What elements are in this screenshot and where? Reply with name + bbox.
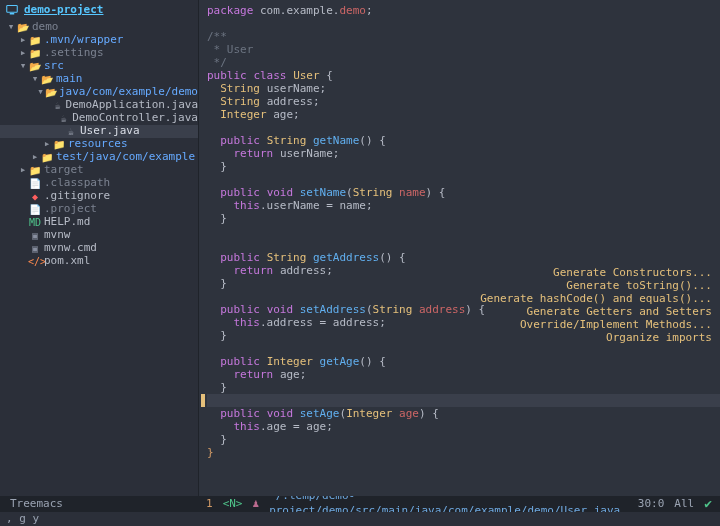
code-line[interactable]: public Integer getAge() { (207, 355, 720, 368)
cmd-icon: ▣ (28, 229, 42, 243)
editor-pane[interactable]: package com.example.demo; /** * User */p… (198, 0, 720, 496)
code-line[interactable]: } (207, 160, 720, 173)
code-line[interactable]: public String getAddress() { (207, 251, 720, 264)
tree-item[interactable]: ◆.gitignore (0, 190, 198, 203)
code-line[interactable] (207, 238, 720, 251)
tree-item[interactable]: ▸📁test/java/com/example (0, 151, 198, 164)
tree-item[interactable]: </>pom.xml (0, 255, 198, 268)
folder-o-icon: 📂 (45, 86, 57, 100)
code-line[interactable]: Integer age; (207, 108, 720, 121)
tree-item[interactable]: ▸📁.mvn/wrapper (0, 34, 198, 47)
cmd-icon: ▣ (28, 242, 42, 256)
tree-item[interactable]: ▣mvnw (0, 229, 198, 242)
tree-item[interactable]: MDHELP.md (0, 216, 198, 229)
svg-rect-1 (10, 13, 15, 15)
code-line[interactable]: String address; (207, 95, 720, 108)
code-line[interactable]: return userName; (207, 147, 720, 160)
code-action-item[interactable]: Generate hashCode() and equals()... (480, 292, 712, 305)
tree-item[interactable]: ▾📂src (0, 60, 198, 73)
caret-icon[interactable]: ▸ (30, 150, 40, 165)
status-mode: <N> (223, 497, 243, 512)
file-icon: 📄 (28, 203, 42, 217)
tree-item[interactable]: 📄.project (0, 203, 198, 216)
status-line: 1 (206, 497, 213, 512)
code-line[interactable]: /** (207, 30, 720, 43)
code-line[interactable]: this.age = age; (207, 420, 720, 433)
code-action-item[interactable]: Generate Getters and Setters (480, 305, 712, 318)
tree-item[interactable]: ▸📁resources (0, 138, 198, 151)
check-icon: ✔ (704, 495, 712, 513)
tree-item[interactable]: ▾📂demo (0, 21, 198, 34)
caret-icon[interactable]: ▾ (6, 20, 16, 35)
caret-icon[interactable]: ▸ (18, 163, 28, 178)
code-action-item[interactable]: Generate toString()... (480, 279, 712, 292)
folder-c-icon: 📁 (28, 47, 42, 61)
code-line[interactable] (207, 17, 720, 30)
tree-item[interactable]: ▾📂java/com/example/demo (0, 86, 198, 99)
code-line[interactable] (207, 121, 720, 134)
code-line[interactable]: */ (207, 56, 720, 69)
code-line[interactable]: public class User { (207, 69, 720, 82)
code-action-hints[interactable]: Generate Constructors...Generate toStrin… (480, 266, 712, 344)
md-icon: MD (28, 216, 42, 230)
code-action-item[interactable]: Override/Implement Methods... (480, 318, 712, 331)
code-line[interactable] (207, 173, 720, 186)
folder-c-icon: 📁 (28, 34, 42, 48)
code-line[interactable] (207, 225, 720, 238)
code-line[interactable]: package com.example.demo; (207, 4, 720, 17)
person-icon: ♟ (253, 497, 260, 512)
code-line[interactable]: * User (207, 43, 720, 56)
tree-item[interactable]: ☕DemoApplication.java (0, 99, 198, 112)
tree-item[interactable]: ☕User.java (0, 125, 198, 138)
project-header[interactable]: demo-project (0, 0, 198, 20)
status-position: 30:0 (638, 497, 665, 512)
svg-rect-0 (7, 6, 18, 13)
caret-icon[interactable]: ▸ (42, 137, 52, 152)
code-line[interactable]: } (207, 212, 720, 225)
file-icon: 📄 (28, 177, 42, 191)
tree-item[interactable]: ▸📁.settings (0, 47, 198, 60)
file-tree: ▾📂demo▸📁.mvn/wrapper▸📁.settings▾📂src▾📂ma… (0, 20, 198, 496)
code-line[interactable] (207, 394, 720, 407)
code-line[interactable]: String userName; (207, 82, 720, 95)
tree-item[interactable]: 📄.classpath (0, 177, 198, 190)
tree-item[interactable]: ▣mvnw.cmd (0, 242, 198, 255)
code-line[interactable]: return age; (207, 368, 720, 381)
file-tree-sidebar: demo-project ▾📂demo▸📁.mvn/wrapper▸📁.sett… (0, 0, 198, 496)
tree-item[interactable]: ▾📂main (0, 73, 198, 86)
code-action-item[interactable]: Organize imports (480, 331, 712, 344)
caret-icon[interactable]: ▾ (18, 59, 28, 74)
tree-item[interactable]: ▸📁target (0, 164, 198, 177)
code-line[interactable]: } (207, 433, 720, 446)
minibuffer[interactable]: , g y (0, 512, 720, 526)
tree-item[interactable]: ☕DemoController.java (0, 112, 198, 125)
monitor-icon (6, 4, 18, 16)
folder-c-icon: 📁 (28, 164, 42, 178)
code-action-item[interactable]: Generate Constructors... (480, 266, 712, 279)
code-line[interactable]: } (207, 381, 720, 394)
code-area[interactable]: package com.example.demo; /** * User */p… (199, 0, 720, 459)
java-icon: ☕ (58, 112, 71, 126)
gutter (199, 0, 205, 496)
code-line[interactable]: public void setName(String name) { (207, 186, 720, 199)
code-line[interactable]: public String getName() { (207, 134, 720, 147)
code-line[interactable]: } (207, 446, 720, 459)
xml-icon: </> (28, 255, 42, 269)
git-icon: ◆ (28, 190, 42, 204)
code-line[interactable]: public void setAge(Integer age) { (207, 407, 720, 420)
status-bar: Treemacs 1 <N> ♟ ~/.temp/demo-project/de… (0, 496, 720, 512)
caret-icon[interactable]: ▾ (36, 85, 45, 100)
status-left: Treemacs (0, 497, 198, 512)
code-line[interactable]: this.userName = name; (207, 199, 720, 212)
java-icon: ☕ (52, 99, 63, 113)
tree-item-label: pom.xml (42, 254, 90, 269)
status-scroll: All (674, 497, 694, 512)
project-name: demo-project (24, 3, 103, 18)
